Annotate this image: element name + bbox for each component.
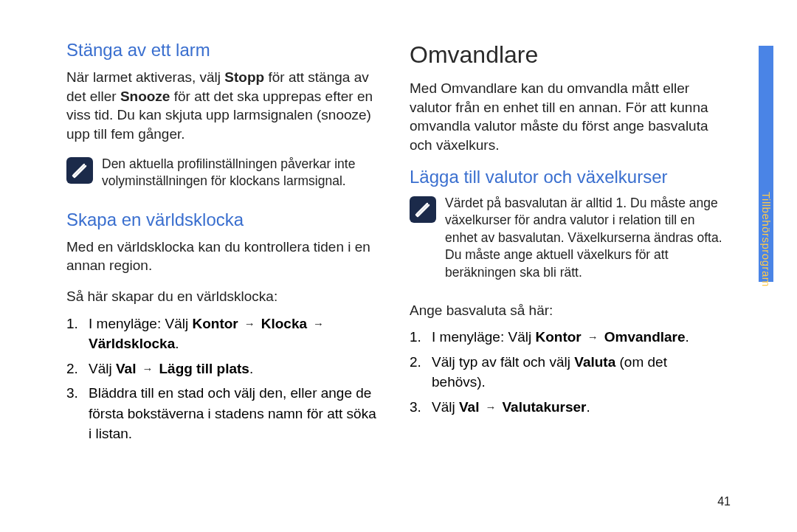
section-heading-stanga: Stänga av ett larm: [66, 40, 380, 61]
list-body: Välj Val→Valutakurser.: [432, 397, 723, 418]
list-item: 2. Välj Val→Lägg till plats.: [66, 359, 380, 379]
bold-text: Valuta: [574, 354, 615, 370]
bold-text: Stopp: [224, 69, 264, 85]
arrow-icon: →: [244, 316, 255, 332]
bold-text: Snooze: [120, 89, 170, 104]
list-item: 3. Bläddra till en stad och välj den, el…: [66, 383, 380, 444]
list-number: 2.: [410, 352, 432, 393]
list-item: 3. Välj Val→Valutakurser.: [410, 397, 723, 418]
section-heading-skapa: Skapa en världsklocka: [66, 210, 380, 230]
note-callout: Den aktuella profilinställningen påverka…: [66, 156, 380, 190]
note-callout: Värdet på basvalutan är alltid 1. Du mås…: [410, 195, 723, 282]
note-text: Den aktuella profilinställningen påverka…: [102, 156, 380, 190]
text: Välj: [432, 399, 459, 415]
section-heading-lagga: Lägga till valutor och växelkurser: [410, 167, 723, 187]
paragraph: När larmet aktiveras, välj Stopp för att…: [66, 68, 380, 144]
note-text: Värdet på basvalutan är alltid 1. Du mås…: [445, 195, 723, 282]
note-icon: [66, 157, 93, 184]
chapter-heading-omvandlare: Omvandlare: [410, 41, 723, 69]
ordered-list: 1. I menyläge: Välj Kontor→Klocka→Världs…: [66, 314, 380, 444]
bold-text: Klocka: [261, 316, 307, 331]
bold-text: Val: [459, 399, 479, 415]
text: .: [686, 329, 689, 345]
two-column-layout: Stänga av ett larm När larmet aktiveras,…: [66, 37, 745, 452]
list-item: 2. Välj typ av fält och välj Valuta (om …: [410, 352, 723, 393]
side-tab-label: Tillbehörsprogram: [760, 192, 773, 287]
list-body: I menyläge: Välj Kontor→Omvandlare.: [432, 327, 723, 348]
list-body: I menyläge: Välj Kontor→Klocka→Världsklo…: [89, 314, 380, 354]
bold-text: Val: [116, 361, 136, 376]
bold-text: Världsklocka: [89, 336, 175, 351]
text: .: [587, 399, 590, 415]
paragraph: Ange basvaluta så här:: [410, 301, 723, 320]
text: I menyläge: Välj: [432, 329, 535, 345]
paragraph: Så här skapar du en världsklocka:: [66, 287, 380, 306]
list-body: Välj typ av fält och välj Valuta (om det…: [432, 352, 723, 393]
bold-text: Lägg till plats: [159, 361, 249, 376]
list-number: 1.: [66, 314, 89, 354]
paragraph: Med en världsklocka kan du kontrollera t…: [66, 238, 380, 275]
page-number: 41: [717, 495, 731, 508]
bold-text: Kontor: [535, 329, 581, 345]
text: Välj: [89, 361, 116, 376]
list-number: 3.: [66, 383, 89, 444]
manual-page: Stänga av ett larm När larmet aktiveras,…: [0, 0, 797, 532]
list-item: 1. I menyläge: Välj Kontor→Omvandlare.: [410, 327, 723, 348]
note-icon: [410, 196, 436, 223]
paragraph: Med Omvandlare kan du omvandla mått elle…: [410, 79, 723, 155]
list-number: 2.: [66, 359, 89, 379]
right-column: Omvandlare Med Omvandlare kan du omvandl…: [410, 37, 745, 452]
list-item: 1. I menyläge: Välj Kontor→Klocka→Världs…: [66, 314, 380, 354]
arrow-icon: →: [142, 361, 153, 377]
list-body: Bläddra till en stad och välj den, eller…: [89, 383, 380, 444]
list-body: Välj Val→Lägg till plats.: [89, 359, 380, 379]
bold-text: Valutakurser: [502, 399, 586, 415]
arrow-icon: →: [587, 329, 598, 345]
left-column: Stänga av ett larm När larmet aktiveras,…: [66, 37, 380, 452]
bold-text: Kontor: [192, 316, 238, 331]
arrow-icon: →: [485, 399, 496, 415]
text: .: [175, 336, 179, 351]
bold-text: Omvandlare: [604, 329, 686, 345]
ordered-list: 1. I menyläge: Välj Kontor→Omvandlare. 2…: [410, 327, 723, 417]
arrow-icon: →: [313, 316, 324, 332]
text: Välj typ av fält och välj: [432, 354, 574, 370]
list-number: 1.: [410, 327, 432, 348]
text: När larmet aktiveras, välj: [66, 69, 224, 85]
list-number: 3.: [410, 397, 432, 418]
text: I menyläge: Välj: [89, 316, 192, 331]
text: .: [249, 361, 253, 376]
